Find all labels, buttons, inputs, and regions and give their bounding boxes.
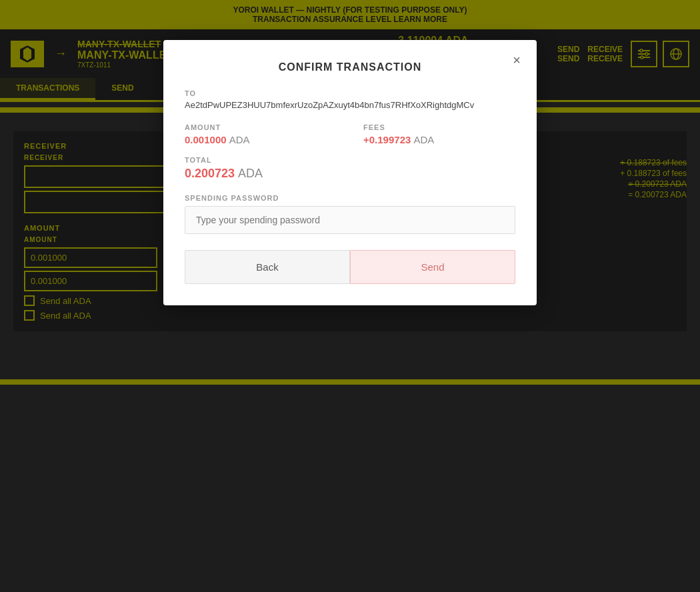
modal-total-block: TOTAL 0.200723 ADA	[185, 156, 515, 181]
modal-fees-label: FEES	[363, 123, 515, 131]
modal-total-unit: ADA	[238, 167, 263, 180]
modal-amounts-row: AMOUNT 0.001000 ADA FEES +0.199723 ADA	[185, 123, 515, 145]
modal-to-label: TO	[185, 89, 515, 97]
modal-amount-value: 0.001000 ADA	[185, 134, 337, 145]
modal-fees-block: FEES +0.199723 ADA	[363, 123, 515, 145]
modal-fees-value: +0.199723 ADA	[363, 134, 515, 145]
modal-amount-label: AMOUNT	[185, 123, 337, 131]
modal-password-label: SPENDING PASSWORD	[185, 194, 515, 202]
modal-to-address: Ae2tdPwUPEZ3HUU7bmfexrUzoZpAZxuyt4b4bn7f…	[185, 100, 515, 110]
send-button[interactable]: Send	[350, 250, 515, 284]
modal-buttons: Back Send	[185, 250, 515, 284]
modal-title: CONFIRM TRANSACTION	[185, 61, 515, 73]
confirm-transaction-modal: × CONFIRM TRANSACTION TO Ae2tdPwUPEZ3HUU…	[163, 40, 537, 305]
modal-total-value: 0.200723 ADA	[185, 167, 515, 181]
modal-total-label: TOTAL	[185, 156, 515, 164]
modal-amount-unit: ADA	[229, 134, 250, 145]
modal-close-button[interactable]: ×	[507, 51, 526, 69]
modal-overlay: × CONFIRM TRANSACTION TO Ae2tdPwUPEZ3HUU…	[0, 0, 700, 592]
spending-password-input[interactable]	[185, 206, 515, 234]
modal-amount-block: AMOUNT 0.001000 ADA	[185, 123, 337, 145]
back-button[interactable]: Back	[185, 250, 350, 284]
modal-fees-unit: ADA	[414, 134, 435, 145]
